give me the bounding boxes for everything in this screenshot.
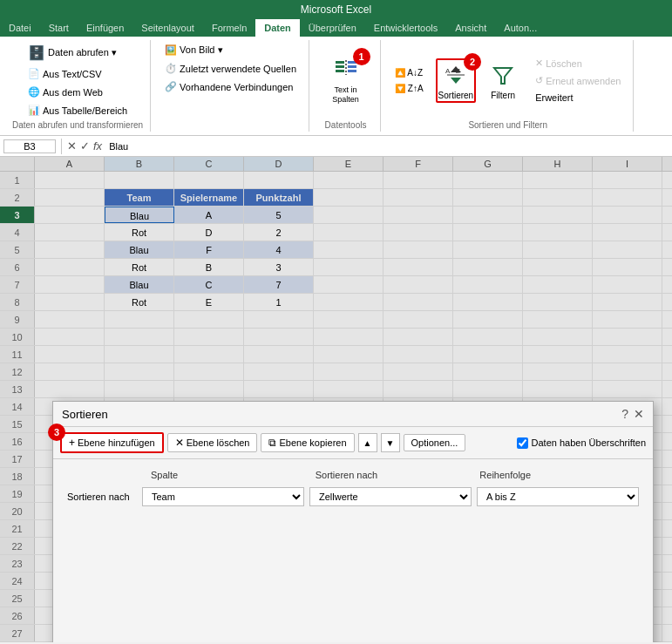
ribbon-content: 🗄️ Daten abrufen ▾ 📄 Aus Text/CSV 🌐 Aus … bbox=[0, 37, 672, 135]
ribbon-group-abrufen: 🗄️ Daten abrufen ▾ 📄 Aus Text/CSV 🌐 Aus … bbox=[5, 40, 151, 132]
btn-vorhandene-label: Vorhandene Verbindungen bbox=[180, 82, 293, 92]
badge-1: 1 bbox=[353, 48, 370, 65]
btn-sortieren[interactable]: 2 A Z Sortieren bbox=[436, 58, 477, 103]
tab-ueberprufen[interactable]: Überprüfen bbox=[300, 19, 365, 37]
svg-marker-12 bbox=[494, 68, 512, 84]
close-icon[interactable]: ✕ bbox=[634, 407, 644, 421]
btn-zuletzt[interactable]: ⏱️ Zuletzt verwendete Quellen bbox=[160, 60, 302, 77]
cell-reference[interactable] bbox=[3, 139, 56, 153]
formula-icons: ✕ ✓ bbox=[67, 139, 90, 153]
sort-by-header-label: Sortieren nach bbox=[316, 470, 475, 480]
tab-formeln[interactable]: Formeln bbox=[203, 19, 255, 37]
btn-ebene-loeschen[interactable]: ✕ Ebene löschen bbox=[167, 433, 258, 452]
svg-rect-1 bbox=[336, 65, 344, 68]
ribbon-group-datentools: 1 Text inSpalten bbox=[311, 40, 381, 132]
btn-options-label: Optionen... bbox=[411, 437, 458, 448]
ribbon-group-label-sortieren: Sortieren und Filtern bbox=[468, 119, 547, 130]
svg-rect-5 bbox=[348, 70, 356, 72]
btn-delete-label: Ebene löschen bbox=[187, 437, 250, 448]
btn-sort-az[interactable]: 🔼 A↓Z bbox=[390, 65, 429, 80]
db-icon: 🗄️ bbox=[28, 44, 45, 61]
btn-sort-za[interactable]: 🔽 Z↑A bbox=[390, 81, 429, 96]
az-buttons: 🔼 A↓Z 🔽 Z↑A bbox=[390, 65, 429, 96]
svg-rect-2 bbox=[336, 70, 344, 72]
cancel-formula-icon[interactable]: ✕ bbox=[67, 139, 77, 153]
badge-3: 3 bbox=[48, 424, 65, 441]
app-title: Microsoft Excel bbox=[301, 3, 371, 16]
ribbon-group-items-sortieren: 🔼 A↓Z 🔽 Z↑A 2 A Z So bbox=[390, 42, 626, 119]
sort-row-1: Sortieren nach Team Zellwerte A bis Z bbox=[60, 484, 646, 510]
btn-up[interactable]: ▲ bbox=[358, 433, 377, 452]
btn-filtern[interactable]: Filtern bbox=[483, 58, 523, 104]
dialog-toolbar-bar: 3 + Ebene hinzufügen ✕ Ebene löschen ⧉ E… bbox=[53, 427, 653, 459]
btn-copy-label: Ebene kopieren bbox=[279, 437, 346, 448]
sort-order-select[interactable]: A bis Z bbox=[477, 487, 639, 506]
fx-label: fx bbox=[93, 139, 102, 153]
table-icon: 📊 bbox=[28, 105, 40, 116]
ribbon: Datei Start Einfügen Seitenlayout Formel… bbox=[0, 19, 672, 136]
copy-icon: ⧉ bbox=[268, 437, 276, 449]
btn-daten-abrufen[interactable]: 🗄️ Daten abrufen ▾ bbox=[23, 42, 122, 64]
tab-daten[interactable]: Daten bbox=[255, 19, 300, 37]
ribbon-group-items-bild: 🖼️ Von Bild ▾ ⏱️ Zuletzt verwendete Quel… bbox=[160, 42, 302, 128]
tab-ansicht[interactable]: Ansicht bbox=[446, 19, 495, 37]
ribbon-group-items-abrufen: 🗄️ Daten abrufen ▾ 📄 Aus Text/CSV 🌐 Aus … bbox=[23, 42, 132, 119]
help-icon[interactable]: ? bbox=[621, 407, 628, 421]
btn-aus-text[interactable]: 📄 Aus Text/CSV bbox=[23, 65, 107, 82]
svg-rect-4 bbox=[348, 65, 356, 68]
col-header-label: Spalte bbox=[151, 470, 310, 480]
btn-daten-label: Daten abrufen ▾ bbox=[48, 47, 117, 58]
btn-erneut[interactable]: ↺ Erneut anwenden bbox=[530, 72, 626, 89]
btn-ebene-kopieren[interactable]: ⧉ Ebene kopieren bbox=[261, 433, 354, 452]
formula-input[interactable] bbox=[109, 141, 669, 152]
btn-down[interactable]: ▼ bbox=[381, 433, 400, 452]
btn-options[interactable]: Optionen... bbox=[404, 434, 466, 451]
sort-col-select[interactable]: Team bbox=[142, 487, 304, 506]
btn-von-bild[interactable]: 🖼️ Von Bild ▾ bbox=[160, 42, 227, 58]
sort-col-headers: Spalte Sortieren nach Reihenfolge bbox=[60, 466, 646, 484]
badge-2: 2 bbox=[464, 53, 481, 71]
header-checkbox[interactable] bbox=[517, 437, 528, 449]
btn-add-label: Ebene hinzufügen bbox=[78, 437, 155, 448]
filter-icon bbox=[489, 61, 517, 89]
order-header-label: Reihenfolge bbox=[479, 470, 639, 480]
tab-auton[interactable]: Auton... bbox=[495, 19, 546, 37]
sort-small-btns: ✕ Löschen ↺ Erneut anwenden Erweitert bbox=[530, 55, 626, 105]
btn-aus-web[interactable]: 🌐 Aus dem Web bbox=[23, 84, 108, 100]
btn-vorhandene[interactable]: 🔗 Vorhandene Verbindungen bbox=[160, 78, 298, 95]
tab-start[interactable]: Start bbox=[40, 19, 78, 37]
dialog-spacer bbox=[60, 510, 646, 642]
ribbon-group-label-datentools: Datentools bbox=[325, 119, 367, 130]
checkbox-area: Daten haben Überschriften bbox=[517, 437, 646, 449]
dialog-title-bar: Sortieren ? ✕ bbox=[53, 402, 653, 427]
confirm-formula-icon[interactable]: ✓ bbox=[80, 139, 90, 153]
ribbon-group-sortieren: 🔼 A↓Z 🔽 Z↑A 2 A Z So bbox=[383, 40, 634, 132]
svg-marker-10 bbox=[451, 78, 461, 84]
sort-empty-label bbox=[67, 470, 146, 480]
btn-text-spalten[interactable]: 1 Text inSpalten bbox=[326, 52, 366, 108]
dialog-title-buttons: ? ✕ bbox=[621, 407, 644, 421]
tab-datei[interactable]: Datei bbox=[0, 19, 40, 37]
sort-row-label: Sortieren nach bbox=[67, 491, 137, 502]
btn-erweitert[interactable]: Erweitert bbox=[530, 90, 626, 105]
btn-sortieren-label: Sortieren bbox=[438, 91, 474, 100]
tab-entwicklertools[interactable]: Entwicklertools bbox=[365, 19, 446, 37]
header-checkbox-label: Daten haben Überschriften bbox=[532, 437, 646, 448]
image-icon: 🖼️ bbox=[165, 44, 177, 56]
svg-rect-0 bbox=[336, 61, 344, 64]
btn-aus-tabelle-label: Aus Tabelle/Bereich bbox=[43, 105, 127, 116]
tab-seitenlayout[interactable]: Seitenlayout bbox=[132, 19, 203, 37]
ribbon-group-label-abrufen: Daten abrufen und transformieren bbox=[12, 119, 143, 130]
x-icon: ✕ bbox=[175, 437, 184, 449]
btn-ebene-hinzufuegen[interactable]: + Ebene hinzufügen bbox=[60, 432, 164, 453]
btn-von-bild-label: Von Bild ▾ bbox=[180, 44, 222, 56]
btn-loeschen[interactable]: ✕ Löschen bbox=[530, 55, 626, 71]
svg-text:A: A bbox=[445, 67, 451, 75]
tab-einfuegen[interactable]: Einfügen bbox=[78, 19, 132, 37]
btn-aus-text-label: Aus Text/CSV bbox=[43, 69, 102, 79]
connect-icon: 🔗 bbox=[165, 81, 177, 92]
web-icon: 🌐 bbox=[28, 86, 40, 98]
btn-aus-tabelle[interactable]: 📊 Aus Tabelle/Bereich bbox=[23, 102, 132, 119]
sort-by-select[interactable]: Zellwerte bbox=[309, 487, 472, 506]
text-icon: 📄 bbox=[28, 68, 40, 79]
